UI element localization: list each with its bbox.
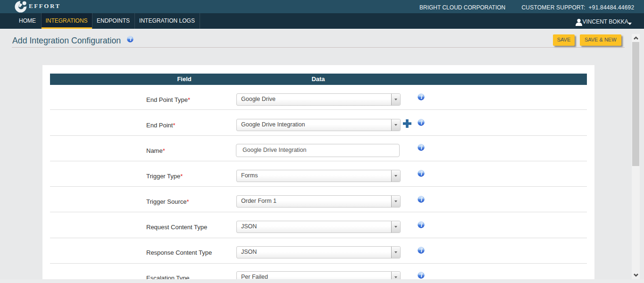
svg-text:i: i [130,36,131,42]
